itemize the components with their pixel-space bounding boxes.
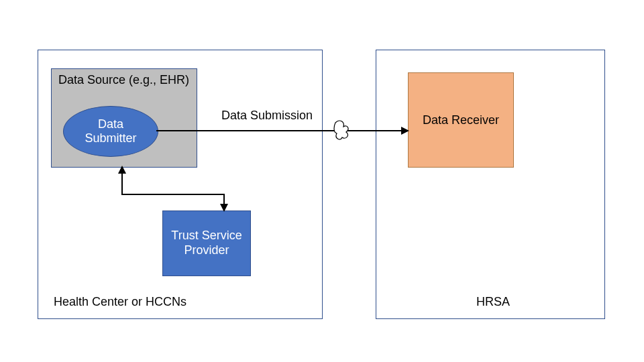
trust-service-label: Trust Service Provider	[171, 229, 241, 257]
data-source-title: Data Source (e.g., EHR)	[58, 73, 189, 87]
data-receiver-box: Data Receiver	[408, 72, 514, 168]
diagram-canvas: Health Center or HCCNs HRSA Data Source …	[0, 0, 644, 362]
data-submission-label: Data Submission	[221, 109, 313, 123]
trust-service-box: Trust Service Provider	[162, 210, 251, 276]
hrsa-label: HRSA	[476, 295, 510, 309]
data-submitter-ellipse: Data Submitter	[63, 106, 158, 157]
health-center-label: Health Center or HCCNs	[54, 295, 186, 309]
data-submitter-label: Data Submitter	[85, 117, 136, 145]
firewall-icon	[334, 121, 348, 139]
data-receiver-label: Data Receiver	[423, 113, 499, 127]
